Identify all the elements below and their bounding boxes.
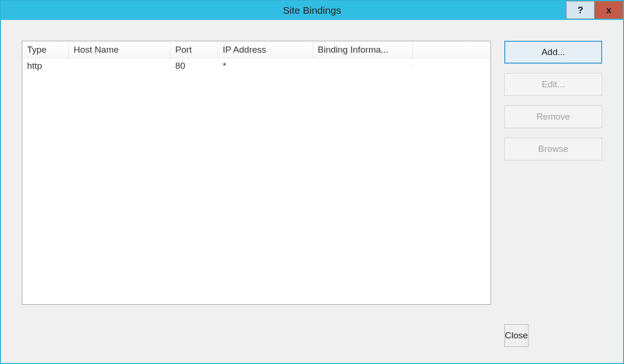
add-button[interactable]: Add... [504,41,602,64]
cell-ip-address: * [218,59,313,73]
titlebar-title: Site Bindings [283,5,341,16]
titlebar-buttons: ? x [566,1,623,20]
table-body: http 80 * [22,58,491,304]
bindings-list[interactable]: Type Host Name Port IP Address Binding I… [22,41,491,305]
table-row[interactable]: http 80 * [22,58,491,74]
column-header-port[interactable]: Port [170,41,218,58]
dialog-body: Type Host Name Port IP Address Binding I… [1,20,623,363]
cell-host-name [69,64,170,68]
cell-type: http [22,59,69,73]
cell-port: 80 [170,59,218,73]
side-buttons: Add... Edit... Remove Browse Close [504,41,602,349]
column-header-type[interactable]: Type [22,41,69,58]
site-bindings-dialog: Site Bindings ? x Type Host Name Port IP… [0,0,624,364]
table-header: Type Host Name Port IP Address Binding I… [22,41,491,58]
remove-button: Remove [504,105,602,128]
cell-binding-information [313,64,413,68]
help-button[interactable]: ? [566,1,595,19]
window-close-button[interactable]: x [595,1,623,19]
column-header-empty [413,41,491,58]
column-header-host-name[interactable]: Host Name [69,41,170,58]
browse-button: Browse [504,138,602,160]
close-button[interactable]: Close [504,324,529,347]
column-header-binding-information[interactable]: Binding Informa... [313,41,413,58]
column-header-ip-address[interactable]: IP Address [218,41,313,58]
edit-button: Edit... [504,73,602,96]
titlebar: Site Bindings ? x [1,1,623,20]
